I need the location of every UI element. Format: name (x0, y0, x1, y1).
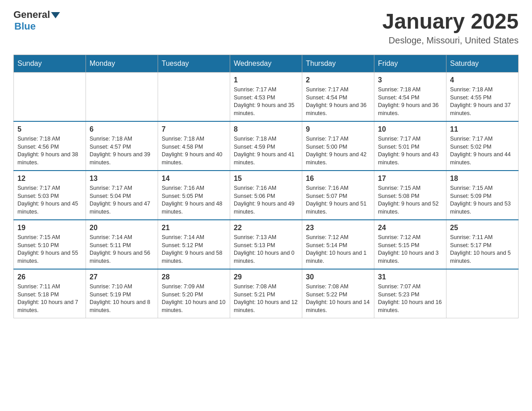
day-info: Sunrise: 7:18 AMSunset: 4:57 PMDaylight:… (90, 135, 154, 167)
logo-arrow-icon (51, 12, 60, 18)
calendar-cell: 15Sunrise: 7:16 AMSunset: 5:06 PMDayligh… (230, 171, 302, 220)
day-number: 6 (90, 125, 154, 133)
location-subtitle: Desloge, Missouri, United States (382, 35, 519, 46)
calendar-cell: 20Sunrise: 7:14 AMSunset: 5:11 PMDayligh… (86, 220, 158, 269)
day-number: 14 (162, 175, 226, 183)
calendar-cell: 13Sunrise: 7:17 AMSunset: 5:04 PMDayligh… (86, 171, 158, 220)
weekday-header-sunday: Sunday (14, 55, 86, 73)
day-info: Sunrise: 7:08 AMSunset: 5:22 PMDaylight:… (306, 283, 370, 314)
day-info: Sunrise: 7:15 AMSunset: 5:09 PMDaylight:… (450, 184, 515, 216)
day-info: Sunrise: 7:10 AMSunset: 5:19 PMDaylight:… (90, 283, 154, 314)
logo: General Blue (13, 9, 60, 32)
calendar-cell: 5Sunrise: 7:18 AMSunset: 4:56 PMDaylight… (14, 121, 86, 171)
day-info: Sunrise: 7:11 AMSunset: 5:18 PMDaylight:… (17, 283, 82, 314)
weekday-header-friday: Friday (374, 55, 446, 73)
day-number: 30 (306, 273, 370, 281)
day-info: Sunrise: 7:15 AMSunset: 5:10 PMDaylight:… (17, 234, 82, 265)
day-number: 7 (162, 125, 226, 133)
calendar-cell (86, 73, 158, 122)
day-info: Sunrise: 7:17 AMSunset: 5:03 PMDaylight:… (17, 184, 82, 216)
calendar-cell: 9Sunrise: 7:17 AMSunset: 5:00 PMDaylight… (302, 121, 374, 171)
day-number: 9 (306, 125, 370, 133)
day-number: 2 (306, 76, 370, 84)
day-number: 29 (234, 273, 298, 281)
calendar-week-row: 26Sunrise: 7:11 AMSunset: 5:18 PMDayligh… (14, 269, 519, 318)
calendar-week-row: 12Sunrise: 7:17 AMSunset: 5:03 PMDayligh… (14, 171, 519, 220)
calendar-cell: 8Sunrise: 7:18 AMSunset: 4:59 PMDaylight… (230, 121, 302, 171)
day-info: Sunrise: 7:18 AMSunset: 4:56 PMDaylight:… (17, 135, 82, 167)
calendar-cell: 22Sunrise: 7:13 AMSunset: 5:13 PMDayligh… (230, 220, 302, 269)
calendar-cell: 19Sunrise: 7:15 AMSunset: 5:10 PMDayligh… (14, 220, 86, 269)
calendar-cell: 21Sunrise: 7:14 AMSunset: 5:12 PMDayligh… (158, 220, 230, 269)
day-number: 13 (90, 175, 154, 183)
calendar-week-row: 1Sunrise: 7:17 AMSunset: 4:53 PMDaylight… (14, 73, 519, 122)
day-number: 11 (450, 125, 515, 133)
calendar-cell: 10Sunrise: 7:17 AMSunset: 5:01 PMDayligh… (374, 121, 446, 171)
calendar-table: SundayMondayTuesdayWednesdayThursdayFrid… (13, 55, 519, 318)
day-info: Sunrise: 7:16 AMSunset: 5:06 PMDaylight:… (234, 184, 298, 216)
calendar-cell: 24Sunrise: 7:12 AMSunset: 5:15 PMDayligh… (374, 220, 446, 269)
day-number: 20 (90, 224, 154, 232)
calendar-cell: 27Sunrise: 7:10 AMSunset: 5:19 PMDayligh… (86, 269, 158, 318)
calendar-cell: 7Sunrise: 7:18 AMSunset: 4:58 PMDaylight… (158, 121, 230, 171)
day-number: 17 (378, 175, 442, 183)
calendar-cell: 23Sunrise: 7:12 AMSunset: 5:14 PMDayligh… (302, 220, 374, 269)
day-info: Sunrise: 7:17 AMSunset: 4:53 PMDaylight:… (234, 86, 298, 117)
day-info: Sunrise: 7:17 AMSunset: 5:04 PMDaylight:… (90, 184, 154, 216)
logo-general-text: General (13, 9, 50, 21)
calendar-cell: 16Sunrise: 7:16 AMSunset: 5:07 PMDayligh… (302, 171, 374, 220)
day-info: Sunrise: 7:18 AMSunset: 4:54 PMDaylight:… (378, 86, 442, 117)
day-number: 26 (17, 273, 82, 281)
day-number: 25 (450, 224, 515, 232)
day-number: 5 (17, 125, 82, 133)
calendar-cell: 6Sunrise: 7:18 AMSunset: 4:57 PMDaylight… (86, 121, 158, 171)
day-info: Sunrise: 7:17 AMSunset: 5:00 PMDaylight:… (306, 135, 370, 167)
day-info: Sunrise: 7:12 AMSunset: 5:14 PMDaylight:… (306, 234, 370, 265)
day-info: Sunrise: 7:13 AMSunset: 5:13 PMDaylight:… (234, 234, 298, 265)
weekday-header-monday: Monday (86, 55, 158, 73)
calendar-cell (446, 269, 519, 318)
calendar-cell (158, 73, 230, 122)
day-info: Sunrise: 7:14 AMSunset: 5:11 PMDaylight:… (90, 234, 154, 265)
day-info: Sunrise: 7:17 AMSunset: 4:54 PMDaylight:… (306, 86, 370, 117)
day-info: Sunrise: 7:18 AMSunset: 4:58 PMDaylight:… (162, 135, 226, 167)
calendar-cell: 1Sunrise: 7:17 AMSunset: 4:53 PMDaylight… (230, 73, 302, 122)
weekday-header-thursday: Thursday (302, 55, 374, 73)
day-info: Sunrise: 7:08 AMSunset: 5:21 PMDaylight:… (234, 283, 298, 314)
day-info: Sunrise: 7:16 AMSunset: 5:05 PMDaylight:… (162, 184, 226, 216)
weekday-header-row: SundayMondayTuesdayWednesdayThursdayFrid… (14, 55, 519, 73)
day-info: Sunrise: 7:18 AMSunset: 4:55 PMDaylight:… (450, 86, 515, 117)
day-number: 31 (378, 273, 442, 281)
day-number: 23 (306, 224, 370, 232)
calendar-cell: 14Sunrise: 7:16 AMSunset: 5:05 PMDayligh… (158, 171, 230, 220)
day-number: 24 (378, 224, 442, 232)
calendar-cell: 28Sunrise: 7:09 AMSunset: 5:20 PMDayligh… (158, 269, 230, 318)
day-info: Sunrise: 7:18 AMSunset: 4:59 PMDaylight:… (234, 135, 298, 167)
day-info: Sunrise: 7:17 AMSunset: 5:02 PMDaylight:… (450, 135, 515, 167)
calendar-cell: 29Sunrise: 7:08 AMSunset: 5:21 PMDayligh… (230, 269, 302, 318)
day-number: 18 (450, 175, 515, 183)
page-header: General Blue January 2025 Desloge, Misso… (13, 9, 519, 46)
calendar-cell: 25Sunrise: 7:11 AMSunset: 5:17 PMDayligh… (446, 220, 519, 269)
calendar-cell: 4Sunrise: 7:18 AMSunset: 4:55 PMDaylight… (446, 73, 519, 122)
day-info: Sunrise: 7:15 AMSunset: 5:08 PMDaylight:… (378, 184, 442, 216)
day-number: 22 (234, 224, 298, 232)
day-number: 19 (17, 224, 82, 232)
day-number: 3 (378, 76, 442, 84)
day-number: 1 (234, 76, 298, 84)
day-info: Sunrise: 7:11 AMSunset: 5:17 PMDaylight:… (450, 234, 515, 265)
weekday-header-wednesday: Wednesday (230, 55, 302, 73)
day-info: Sunrise: 7:14 AMSunset: 5:12 PMDaylight:… (162, 234, 226, 265)
calendar-cell: 2Sunrise: 7:17 AMSunset: 4:54 PMDaylight… (302, 73, 374, 122)
day-number: 12 (17, 175, 82, 183)
calendar-cell: 18Sunrise: 7:15 AMSunset: 5:09 PMDayligh… (446, 171, 519, 220)
day-info: Sunrise: 7:09 AMSunset: 5:20 PMDaylight:… (162, 283, 226, 314)
title-section: January 2025 Desloge, Missouri, United S… (382, 9, 519, 46)
day-number: 28 (162, 273, 226, 281)
calendar-week-row: 19Sunrise: 7:15 AMSunset: 5:10 PMDayligh… (14, 220, 519, 269)
calendar-cell: 31Sunrise: 7:07 AMSunset: 5:23 PMDayligh… (374, 269, 446, 318)
day-info: Sunrise: 7:17 AMSunset: 5:01 PMDaylight:… (378, 135, 442, 167)
day-info: Sunrise: 7:07 AMSunset: 5:23 PMDaylight:… (378, 283, 442, 314)
weekday-header-tuesday: Tuesday (158, 55, 230, 73)
day-number: 15 (234, 175, 298, 183)
